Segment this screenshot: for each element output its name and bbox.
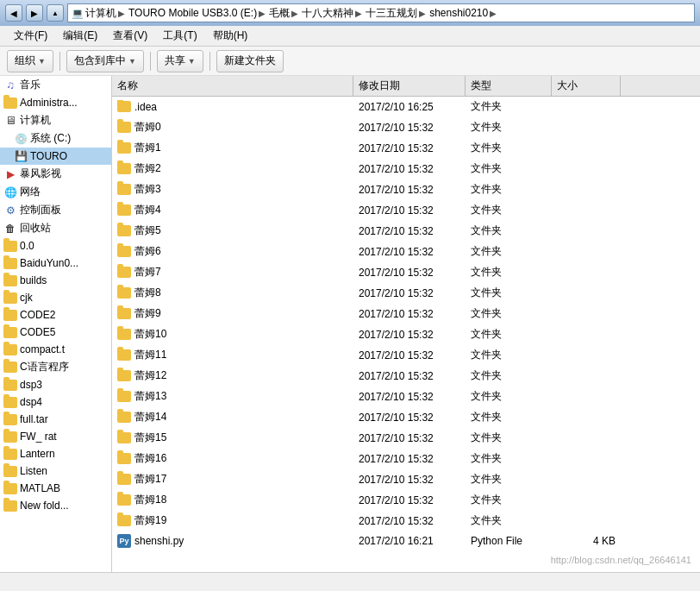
table-row[interactable]: 蕾姆4 2017/2/10 15:32 文件夹 (112, 200, 700, 221)
include-button[interactable]: 包含到库中 ▼ (66, 50, 144, 72)
folder-icon-full-tar (3, 412, 17, 426)
sidebar-label-lantern: Lantern (20, 448, 55, 460)
menu-tools[interactable]: 工具(T) (156, 27, 203, 45)
status-bar (0, 572, 700, 591)
table-row[interactable]: 蕾姆6 2017/2/10 15:32 文件夹 (112, 242, 700, 262)
sidebar-item-code5[interactable]: CODE5 (0, 324, 111, 341)
sidebar-item-touro[interactable]: 💾 TOURO (0, 148, 111, 165)
sidebar-item-control[interactable]: ⚙ 控制面板 (0, 201, 111, 219)
table-row[interactable]: 蕾姆5 2017/2/10 15:32 文件夹 (112, 221, 700, 242)
forward-button[interactable]: ▶ (26, 4, 43, 22)
table-row[interactable]: 蕾姆0 2017/2/10 15:32 文件夹 (112, 117, 700, 138)
col-header-type[interactable]: 类型 (466, 76, 552, 96)
sidebar-item-listen[interactable]: Listen (0, 462, 111, 480)
sidebar-item-lantern[interactable]: Lantern (0, 445, 111, 462)
table-row[interactable]: 蕾姆16 2017/2/10 15:32 文件夹 (112, 449, 700, 469)
file-name-label: 蕾姆2 (134, 161, 161, 176)
sidebar-label-new-folder: New fold... (20, 500, 69, 512)
table-row[interactable]: 蕾姆11 2017/2/10 15:32 文件夹 (112, 345, 700, 366)
sidebar-item-dsp3[interactable]: dsp3 (0, 376, 111, 393)
table-row[interactable]: 蕾姆9 2017/2/10 15:32 文件夹 (112, 304, 700, 324)
menu-view[interactable]: 查看(V) (106, 27, 154, 45)
sidebar-item-fw-rat[interactable]: FW_ rat (0, 428, 111, 445)
sidebar-item-builds[interactable]: builds (0, 272, 111, 289)
sidebar-item-c-program[interactable]: C语言程序 (0, 358, 111, 376)
file-type-cell: 文件夹 (466, 471, 552, 487)
include-label: 包含到库中 (74, 53, 126, 68)
sidebar-item-computer[interactable]: 🖥 计算机 (0, 111, 111, 129)
sidebar-item-network[interactable]: 🌐 网络 (0, 183, 111, 201)
file-size-cell (552, 334, 621, 336)
sidebar-label-control: 控制面板 (20, 203, 61, 217)
file-date-cell: 2017/2/10 15:32 (353, 411, 466, 424)
sidebar-label-recycle: 回收站 (20, 221, 51, 236)
table-row[interactable]: 蕾姆7 2017/2/10 15:32 文件夹 (112, 262, 700, 283)
sidebar-item-code2[interactable]: CODE2 (0, 306, 111, 324)
back-button[interactable]: ◀ (5, 4, 22, 22)
table-row[interactable]: 蕾姆19 2017/2/10 15:32 文件夹 (112, 511, 700, 531)
menu-edit[interactable]: 编辑(E) (56, 27, 104, 45)
file-name-label: 蕾姆13 (134, 389, 166, 404)
table-row[interactable]: Py shenshi.py 2017/2/10 16:21 Python Fil… (112, 531, 700, 551)
sidebar-item-c-drive[interactable]: 💿 系统 (C:) (0, 129, 111, 148)
sidebar-label-compact: compact.t (20, 343, 65, 355)
title-bar: ◀ ▶ ▲ 💻 计算机 ▶ TOURO Mobile USB3.0 (E:) ▶… (0, 0, 700, 26)
table-row[interactable]: 蕾姆10 2017/2/10 15:32 文件夹 (112, 324, 700, 345)
menu-file[interactable]: 文件(F) (7, 27, 54, 45)
share-button[interactable]: 共享 ▼ (157, 50, 203, 72)
file-name-cell: 蕾姆11 (112, 347, 353, 363)
sidebar-item-dsp4[interactable]: dsp4 (0, 393, 111, 411)
col-header-size[interactable]: 大小 (552, 76, 621, 96)
sidebar-item-recycle[interactable]: 🗑 回收站 (0, 219, 111, 237)
file-list-header: 名称 修改日期 类型 大小 (112, 76, 700, 97)
sidebar-item-compact[interactable]: compact.t (0, 341, 111, 358)
table-row[interactable]: .idea 2017/2/10 16:25 文件夹 (112, 97, 700, 117)
file-type-cell: 文件夹 (466, 181, 552, 198)
file-name-cell: 蕾姆4 (112, 202, 353, 218)
col-header-name[interactable]: 名称 (112, 76, 353, 96)
file-list: 名称 修改日期 类型 大小 .idea 2017/2/10 16:25 文件夹 … (112, 76, 700, 572)
table-row[interactable]: 蕾姆17 2017/2/10 15:32 文件夹 (112, 469, 700, 490)
file-size-cell (552, 417, 621, 418)
col-header-date[interactable]: 修改日期 (353, 76, 466, 96)
file-date-cell: 2017/2/10 15:32 (353, 452, 466, 466)
table-row[interactable]: 蕾姆14 2017/2/10 15:32 文件夹 (112, 407, 700, 428)
menu-help[interactable]: 帮助(H) (206, 27, 255, 45)
file-date-cell: 2017/2/10 15:32 (353, 307, 466, 321)
sidebar-item-music[interactable]: ♫ 音乐 (0, 76, 111, 94)
sidebar-item-matlab[interactable]: MATLAB (0, 480, 111, 497)
sidebar-item-baiduyun[interactable]: BaiduYun0... (0, 255, 111, 272)
table-row[interactable]: 蕾姆8 2017/2/10 15:32 文件夹 (112, 283, 700, 304)
sidebar-item-media[interactable]: ▶ 暴风影视 (0, 165, 111, 183)
sidebar-item-0.0[interactable]: 0.0 (0, 237, 111, 255)
file-size-cell: 4 KB (552, 534, 621, 548)
table-row[interactable]: 蕾姆15 2017/2/10 15:32 文件夹 (112, 428, 700, 449)
file-type-cell: 文件夹 (466, 140, 552, 156)
table-row[interactable]: 蕾姆1 2017/2/10 15:32 文件夹 (112, 138, 700, 159)
table-row[interactable]: 蕾姆13 2017/2/10 15:32 文件夹 (112, 387, 700, 407)
file-size-cell (552, 396, 621, 398)
new-folder-button[interactable]: 新建文件夹 (216, 50, 284, 72)
organize-button[interactable]: 组织 ▼ (7, 50, 53, 72)
sidebar-label-builds: builds (20, 274, 47, 286)
status-text (7, 577, 9, 588)
address-bar[interactable]: 💻 计算机 ▶ TOURO Mobile USB3.0 (E:) ▶ 毛概 ▶ … (67, 3, 695, 22)
organize-label: 组织 (15, 53, 35, 68)
sidebar-item-cjk[interactable]: cjk (0, 289, 111, 306)
table-row[interactable]: 蕾姆18 2017/2/10 15:32 文件夹 (112, 490, 700, 511)
sidebar-label-c-program: C语言程序 (20, 360, 69, 374)
sidebar-label-baiduyun: BaiduYun0... (20, 257, 78, 269)
table-row[interactable]: 蕾姆3 2017/2/10 15:32 文件夹 (112, 179, 700, 200)
table-row[interactable]: 蕾姆2 2017/2/10 15:32 文件夹 (112, 159, 700, 179)
file-name-cell: Py shenshi.py (112, 533, 353, 549)
file-name-label: 蕾姆8 (134, 286, 161, 300)
address-label-13: 十三五规划 (366, 6, 417, 21)
up-button[interactable]: ▲ (47, 4, 64, 22)
file-rows-container: .idea 2017/2/10 16:25 文件夹 蕾姆0 2017/2/10 … (112, 97, 700, 551)
file-name-cell: 蕾姆16 (112, 450, 353, 467)
file-name-cell: 蕾姆9 (112, 305, 353, 322)
sidebar-item-administra[interactable]: Administra... (0, 94, 111, 111)
table-row[interactable]: 蕾姆12 2017/2/10 15:32 文件夹 (112, 366, 700, 387)
sidebar-item-new-folder[interactable]: New fold... (0, 497, 111, 514)
sidebar-item-full-tar[interactable]: full.tar (0, 411, 111, 428)
